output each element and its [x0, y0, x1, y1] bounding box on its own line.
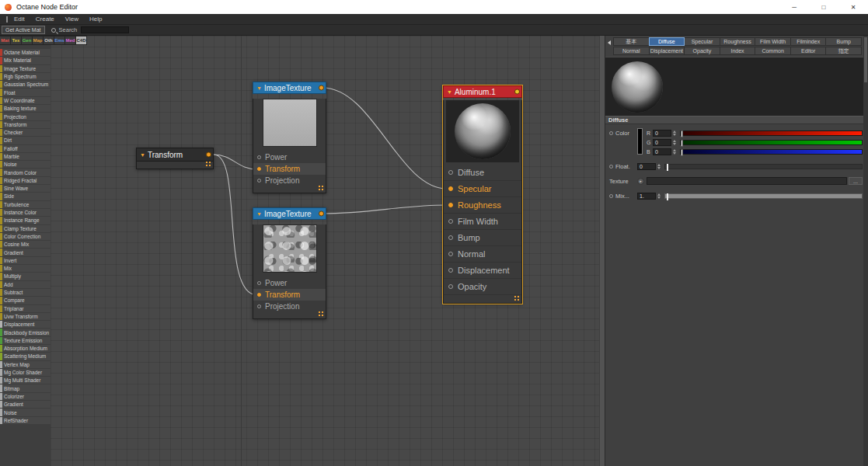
collapse-triangle-icon[interactable]: ▼	[447, 89, 452, 95]
node-type-item[interactable]: Falloff	[0, 145, 51, 152]
node-transform[interactable]: ▼ Transform	[136, 148, 214, 169]
node-input-row[interactable]: Roughness	[444, 197, 521, 214]
node-type-item[interactable]: Transform	[0, 121, 51, 128]
node-type-item[interactable]: Cosine Mix	[0, 241, 51, 248]
collapse-triangle-icon[interactable]: ▼	[140, 152, 145, 158]
spin-down-icon[interactable]	[657, 196, 661, 199]
node-input-row[interactable]: Power	[253, 277, 326, 289]
node-type-item[interactable]: W Coordinate	[0, 97, 51, 104]
node-type-item[interactable]: Uvw Transform	[0, 313, 51, 320]
node-input-row[interactable]: Transform	[253, 163, 326, 175]
parameter-pin-icon[interactable]	[609, 165, 613, 169]
category-tab[interactable]: Ems	[54, 36, 65, 45]
property-tab[interactable]: Opacity	[684, 47, 720, 55]
property-tab[interactable]: Specular	[684, 37, 720, 46]
node-input-row[interactable]: Diffuse	[444, 165, 521, 181]
node-type-item[interactable]: Mg Multi Shader	[0, 377, 51, 384]
spin-up-icon[interactable]	[673, 140, 676, 142]
slider-handle[interactable]	[681, 140, 683, 147]
canvas-scrollbar[interactable]	[599, 36, 605, 466]
node-type-item[interactable]: Side	[0, 193, 51, 200]
node-type-item[interactable]: Sine Wave	[0, 185, 51, 192]
slider-handle[interactable]	[681, 130, 683, 137]
node-input-row[interactable]: Projection	[253, 301, 326, 312]
spin-down-icon[interactable]	[657, 167, 661, 169]
input-pin[interactable]	[257, 179, 261, 183]
maximize-button[interactable]: □	[809, 0, 838, 14]
input-pin[interactable]	[257, 293, 261, 297]
value-spinner[interactable]	[672, 148, 677, 155]
node-type-item[interactable]: Compare	[0, 297, 51, 304]
minimize-button[interactable]: ─	[779, 0, 809, 14]
node-type-item[interactable]: Dirt	[0, 137, 51, 144]
node-type-item[interactable]: Octane Material	[0, 49, 51, 56]
resize-grip-icon[interactable]	[318, 311, 324, 317]
category-tab[interactable]: Med	[65, 36, 76, 45]
node-imagetexture-top[interactable]: ▼ ImageTexture Power Tr	[253, 82, 326, 193]
node-type-item[interactable]: Multiply	[0, 273, 51, 280]
input-pin[interactable]	[448, 235, 453, 240]
node-type-item[interactable]: Blackbody Emission	[0, 329, 51, 336]
spin-down-icon[interactable]	[673, 152, 676, 155]
node-type-item[interactable]: Absorption Medium	[0, 345, 51, 352]
node-type-item[interactable]: Ridged Fractal	[0, 177, 51, 184]
value-spinner[interactable]	[657, 163, 661, 170]
node-input-row[interactable]: Specular	[444, 181, 521, 197]
menu-item[interactable]: Create	[36, 16, 54, 23]
input-pin[interactable]	[257, 304, 261, 308]
property-tab[interactable]: 指定	[825, 47, 862, 55]
node-type-item[interactable]: Baking texture	[0, 105, 51, 112]
node-input-row[interactable]: Transform	[253, 289, 326, 301]
node-type-item[interactable]: Subtract	[0, 289, 51, 296]
property-tab[interactable]: Index	[720, 47, 756, 55]
category-tab[interactable]: Gen	[22, 36, 33, 45]
input-pin[interactable]	[257, 281, 261, 285]
texture-browse-button[interactable]: ...	[849, 177, 863, 185]
node-type-item[interactable]: Mix	[0, 265, 51, 272]
input-pin[interactable]	[257, 155, 261, 159]
node-graph-canvas[interactable]: ▼ Transform ▼ ImageTexture	[51, 36, 605, 466]
node-input-row[interactable]: Film Width	[444, 214, 521, 230]
property-tab[interactable]: Displacement	[649, 47, 685, 55]
value-spinner[interactable]	[672, 130, 677, 137]
node-imagetexture-top-header[interactable]: ▼ ImageTexture	[253, 82, 326, 94]
node-type-item[interactable]: Vertex Map	[0, 361, 51, 368]
menu-item[interactable]: View	[65, 16, 78, 23]
category-tab[interactable]: Tex	[11, 36, 22, 45]
node-type-item[interactable]: Bitmap	[0, 384, 51, 391]
output-pin[interactable]	[206, 152, 211, 158]
node-type-item[interactable]: Turbulence	[0, 201, 51, 208]
mix-slider[interactable]	[664, 193, 863, 199]
category-tab[interactable]: C4D	[76, 36, 87, 45]
input-pin[interactable]	[448, 186, 453, 191]
channel-gradient-slider[interactable]	[680, 130, 863, 136]
input-pin[interactable]	[448, 284, 453, 289]
channel-value-field[interactable]: 0	[653, 139, 671, 146]
node-type-item[interactable]: Mg Color Shader	[0, 369, 51, 376]
parameter-pin-icon[interactable]	[609, 131, 613, 135]
node-transform-header[interactable]: ▼ Transform	[136, 148, 214, 162]
node-type-item[interactable]: Gradient	[0, 401, 51, 408]
value-spinner[interactable]	[657, 193, 661, 200]
collapse-triangle-icon[interactable]: ▼	[256, 85, 262, 91]
spin-up-icon[interactable]	[673, 130, 676, 133]
menu-item[interactable]: Help	[89, 16, 102, 23]
slider-handle[interactable]	[667, 164, 668, 171]
node-type-item[interactable]: Texture Emission	[0, 337, 51, 344]
node-type-item[interactable]: Colorizer	[0, 393, 51, 400]
get-active-mat-button[interactable]: Get Active Mat	[2, 26, 45, 34]
channel-value-field[interactable]: 0	[653, 130, 671, 137]
float-slider[interactable]	[664, 164, 863, 169]
resize-grip-icon[interactable]	[318, 185, 324, 191]
value-spinner[interactable]	[672, 139, 677, 146]
node-input-row[interactable]: Normal	[444, 246, 521, 263]
node-type-item[interactable]: Instance Range	[0, 217, 51, 224]
node-type-item[interactable]: Noise	[0, 409, 51, 416]
node-type-item[interactable]: Projection	[0, 113, 51, 120]
input-pin[interactable]	[448, 268, 453, 273]
output-pin[interactable]	[514, 89, 520, 95]
scrollbar-thumb[interactable]	[864, 37, 867, 82]
property-tab[interactable]: Bump	[825, 37, 862, 46]
node-imagetexture-bottom[interactable]: ▼ ImageTexture Power Tr	[253, 207, 326, 319]
node-type-item[interactable]: Displacement	[0, 321, 51, 328]
